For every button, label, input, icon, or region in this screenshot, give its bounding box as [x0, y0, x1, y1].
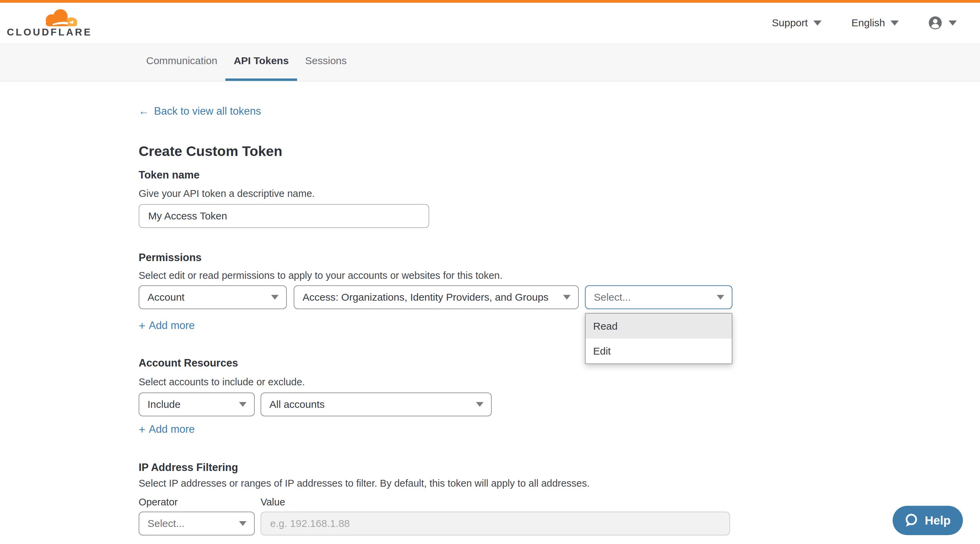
tab-label: Sessions: [305, 55, 347, 67]
select-placeholder: Select...: [148, 518, 185, 529]
account-resources-description: Select accounts to include or exclude.: [138, 376, 305, 388]
tab-sessions[interactable]: Sessions: [297, 43, 355, 81]
selected-value: Access: Organizations, Identity Provider…: [302, 292, 548, 303]
selected-value: All accounts: [269, 399, 325, 410]
tab-label: API Tokens: [234, 55, 288, 67]
token-name-heading: Token name: [138, 169, 200, 181]
page: CLOUDFLARE Support English: [0, 0, 980, 544]
tab-label: Communication: [146, 55, 217, 67]
brand-accent-bar: [0, 0, 980, 3]
account-scope-select[interactable]: All accounts: [261, 392, 492, 416]
back-link-label: Back to view all tokens: [154, 105, 261, 117]
support-label: Support: [772, 17, 808, 29]
back-to-tokens-link[interactable]: ← Back to view all tokens: [138, 105, 261, 117]
chevron-down-icon: [563, 295, 571, 300]
permission-resource-select[interactable]: Access: Organizations, Identity Provider…: [294, 285, 579, 309]
help-button[interactable]: Help: [892, 506, 963, 535]
menu-option-edit[interactable]: Edit: [585, 339, 732, 363]
ip-operator-select[interactable]: Select...: [138, 512, 255, 536]
menu-option-label: Read: [593, 320, 618, 332]
chevron-down-icon: [476, 402, 484, 407]
permission-access-select[interactable]: Select...: [585, 285, 732, 309]
cloudflare-cloud-icon: [42, 9, 78, 27]
arrow-left-icon: ←: [138, 105, 149, 117]
add-more-label: Add more: [149, 423, 195, 436]
tab-bar: Communication API Tokens Sessions: [0, 43, 980, 82]
permissions-add-more-link[interactable]: + Add more: [138, 319, 195, 332]
help-label: Help: [925, 514, 951, 527]
support-menu[interactable]: Support: [772, 17, 822, 29]
selected-value: Account: [148, 292, 185, 303]
tab-communication[interactable]: Communication: [138, 43, 225, 81]
language-menu[interactable]: English: [852, 17, 899, 29]
language-label: English: [852, 17, 885, 29]
operator-label: Operator: [138, 496, 178, 508]
tab-api-tokens[interactable]: API Tokens: [225, 43, 297, 81]
chevron-down-icon: [239, 402, 247, 407]
chevron-down-icon: [239, 521, 247, 526]
cloudflare-logo[interactable]: CLOUDFLARE: [7, 9, 79, 37]
add-more-label: Add more: [149, 319, 195, 332]
permissions-description: Select edit or read permissions to apply…: [138, 270, 502, 281]
chevron-down-icon: [891, 21, 899, 25]
ip-value-input[interactable]: e.g. 192.168.1.88: [261, 512, 730, 536]
page-title: Create Custom Token: [138, 143, 282, 159]
token-name-input[interactable]: [138, 204, 429, 228]
menu-option-read[interactable]: Read: [585, 314, 732, 339]
header: CLOUDFLARE Support English: [0, 3, 980, 43]
selected-value: Include: [148, 399, 181, 410]
chevron-down-icon: [948, 21, 957, 25]
chevron-down-icon: [271, 295, 278, 300]
select-placeholder: Select...: [594, 292, 631, 303]
chevron-down-icon: [717, 295, 724, 300]
value-label: Value: [261, 496, 285, 508]
avatar-icon: [929, 16, 942, 29]
menu-option-label: Edit: [593, 346, 611, 357]
account-menu[interactable]: [929, 16, 957, 29]
input-placeholder: e.g. 192.168.1.88: [270, 518, 350, 529]
ip-filtering-description: Select IP addresses or ranges of IP addr…: [138, 478, 590, 489]
account-resources-add-more-link[interactable]: + Add more: [138, 423, 195, 436]
chevron-down-icon: [813, 21, 822, 25]
plus-icon: +: [138, 320, 145, 331]
token-name-description: Give your API token a descriptive name.: [138, 188, 315, 199]
cloudflare-wordmark: CLOUDFLARE: [7, 27, 92, 37]
plus-icon: +: [138, 423, 145, 435]
chat-bubble-icon: [903, 512, 919, 529]
permissions-heading: Permissions: [138, 252, 202, 264]
account-resources-heading: Account Resources: [138, 357, 238, 369]
access-options-menu: Read Edit: [585, 313, 732, 364]
ip-filtering-heading: IP Address Filtering: [138, 462, 238, 474]
account-mode-select[interactable]: Include: [138, 392, 255, 416]
permission-scope-select[interactable]: Account: [138, 285, 287, 309]
header-right: Support English: [772, 16, 957, 29]
